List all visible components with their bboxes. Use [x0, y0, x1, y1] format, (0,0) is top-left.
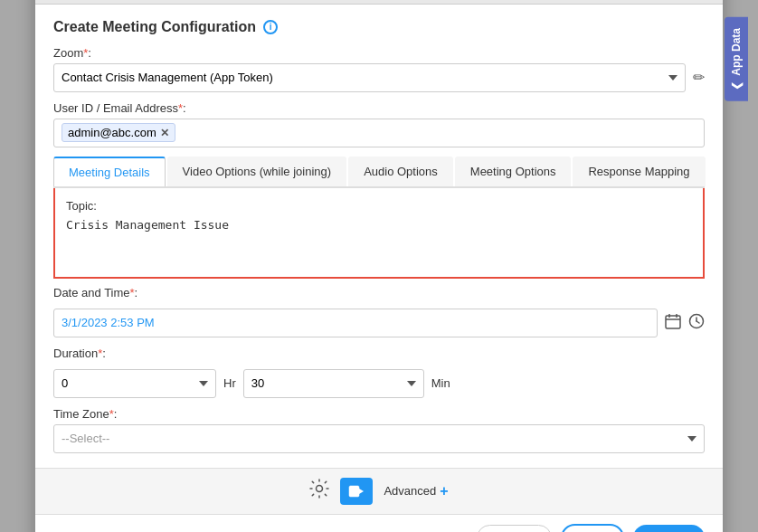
zoom-label: Zoom*: [53, 46, 705, 60]
timezone-field-row: Time Zone*: --Select-- [53, 407, 705, 453]
plus-icon[interactable]: + [440, 483, 448, 499]
video-icon-button[interactable] [340, 478, 373, 505]
tab-meeting-options[interactable]: Meeting Options [455, 157, 572, 186]
user-id-value: admin@abc.com [68, 126, 156, 139]
side-tab-arrow: ❮ [730, 81, 743, 90]
zoom-field-row: Zoom*: Contact Crisis Management (App To… [53, 46, 705, 92]
tab-response-mapping[interactable]: Response Mapping [573, 157, 705, 186]
calendar-icon-button[interactable] [665, 313, 681, 333]
timezone-label: Time Zone*: [53, 407, 705, 421]
tab-audio-options[interactable]: Audio Options [348, 157, 453, 186]
zoom-edit-button[interactable]: ✏ [693, 69, 705, 86]
user-id-remove-button[interactable]: ✕ [160, 127, 169, 139]
create-meeting-modal: CREATE MEETING ✕ Create Meeting Configur… [35, 0, 723, 532]
zoom-select[interactable]: Contact Crisis Management (App Token) [53, 63, 686, 92]
section-title-text: Create Meeting Configuration [53, 19, 256, 35]
duration-input-row: 0 Hr 30 Min [53, 369, 705, 398]
tab-meeting-details[interactable]: Meeting Details [53, 157, 166, 186]
svg-rect-8 [349, 486, 359, 497]
user-id-field-row: User ID / Email Address*: admin@abc.com … [53, 101, 705, 147]
user-id-tag: admin@abc.com ✕ [62, 123, 175, 142]
app-data-side-tab[interactable]: ❮ App Data [725, 17, 748, 101]
hr-label: Hr [223, 376, 236, 390]
cancel-button[interactable]: Cancel [477, 525, 551, 533]
datetime-field-row: Date and Time*: [53, 286, 705, 337]
datetime-input-row [53, 309, 705, 337]
duration-label: Duration*: [53, 347, 705, 360]
info-icon[interactable]: i [263, 20, 278, 34]
topic-input[interactable]: Crisis Management Issue [66, 218, 692, 254]
min-label: Min [431, 376, 450, 390]
zoom-select-row: Contact Crisis Management (App Token) ✏ [53, 63, 705, 92]
duration-hr-select[interactable]: 0 [53, 369, 216, 398]
user-id-label: User ID / Email Address*: [53, 101, 705, 115]
svg-point-7 [317, 486, 323, 492]
advanced-bar: Advanced + [35, 468, 723, 514]
datetime-label: Date and Time*: [53, 286, 705, 299]
user-id-input-row[interactable]: admin@abc.com ✕ [53, 119, 705, 147]
side-tab-label: App Data [730, 28, 743, 76]
duration-field-row: Duration*: 0 Hr 30 Min [53, 347, 705, 398]
tab-video-options[interactable]: Video Options (while joining) [167, 157, 347, 186]
prev-button[interactable]: Prev [561, 524, 625, 533]
svg-line-6 [696, 321, 699, 323]
datetime-input[interactable] [53, 309, 658, 337]
tab-content-meeting-details: Topic: Crisis Management Issue [53, 188, 705, 279]
clock-icon-button[interactable] [688, 313, 705, 333]
finish-button[interactable]: Finish [633, 525, 705, 533]
topic-field: Topic: Crisis Management Issue [66, 199, 692, 257]
tabs-bar: Meeting Details Video Options (while joi… [53, 157, 705, 188]
modal-footer: Cancel Prev Finish [35, 514, 723, 533]
svg-rect-0 [666, 316, 680, 328]
modal-body: Create Meeting Configuration i Zoom*: Co… [35, 5, 723, 468]
svg-marker-9 [359, 489, 364, 494]
advanced-label: Advanced + [384, 483, 448, 499]
topic-label: Topic: [66, 199, 692, 213]
duration-min-select[interactable]: 30 [243, 369, 424, 398]
timezone-select[interactable]: --Select-- [53, 424, 705, 453]
gear-button[interactable] [309, 479, 329, 503]
section-title-row: Create Meeting Configuration i [53, 19, 705, 35]
